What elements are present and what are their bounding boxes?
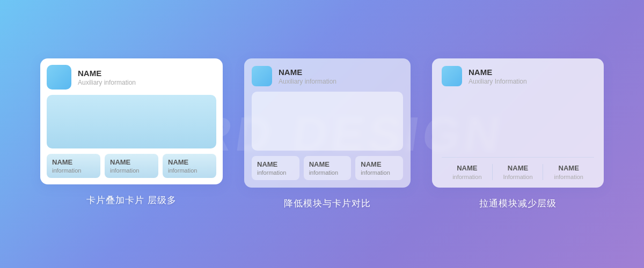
card3-label: 拉通模块减少层级 bbox=[479, 197, 557, 210]
card2-content-area bbox=[252, 92, 403, 151]
card2-header-text: NAME Auxiliary information bbox=[279, 68, 336, 85]
column-card2: NAME Auxiliary information NAME informat… bbox=[244, 58, 411, 210]
main-content: NAME Auxiliary information NAME informat… bbox=[40, 58, 604, 210]
card1-aux: Auxiliary information bbox=[78, 79, 136, 86]
card1-stat0-name: NAME bbox=[52, 158, 95, 166]
card3-content-area bbox=[442, 92, 594, 151]
card3-stat2-info: information bbox=[543, 174, 594, 180]
card1-name: NAME bbox=[78, 69, 136, 78]
card1-stat2-name: NAME bbox=[168, 158, 211, 166]
card-layered: NAME Auxiliary information NAME informat… bbox=[40, 58, 223, 184]
card1-stat-2: NAME information bbox=[163, 154, 216, 178]
card1-stat-0: NAME information bbox=[47, 154, 100, 178]
avatar-card2 bbox=[252, 66, 272, 86]
card2-label: 降低模块与卡片对比 bbox=[284, 197, 371, 210]
column-card3: NAME Auxiliary Information NAME informat… bbox=[432, 58, 604, 210]
card1-label: 卡片叠加卡片 层级多 bbox=[86, 194, 177, 206]
card3-stat1-info: Information bbox=[493, 174, 544, 180]
card1-stat-1: NAME information bbox=[105, 154, 158, 178]
card1-stat1-info: information bbox=[110, 167, 153, 174]
card2-stat1-name: NAME bbox=[309, 160, 346, 168]
card3-header: NAME Auxiliary Information bbox=[442, 66, 594, 86]
card1-stats-row: NAME information NAME information NAME i… bbox=[47, 154, 216, 178]
card3-stat0-name: NAME bbox=[442, 164, 493, 172]
avatar-card3 bbox=[442, 66, 462, 86]
card1-stat1-name: NAME bbox=[110, 158, 153, 166]
card2-header: NAME Auxiliary information bbox=[252, 66, 403, 86]
card3-stat-1: NAME Information bbox=[493, 164, 544, 180]
card2-stat0-name: NAME bbox=[257, 160, 294, 168]
card2-stat2-info: information bbox=[361, 169, 398, 176]
card3-stat1-name: NAME bbox=[493, 164, 544, 172]
card3-stat0-info: information bbox=[442, 174, 493, 180]
card2-name: NAME bbox=[279, 68, 336, 77]
card2-stat1-info: information bbox=[309, 169, 346, 176]
card3-stats-row: NAME information NAME Information NAME i… bbox=[442, 157, 594, 180]
card3-name: NAME bbox=[469, 68, 527, 77]
card3-aux: Auxiliary Information bbox=[469, 78, 527, 85]
card2-stat0-info: information bbox=[257, 169, 294, 176]
card2-stat-0: NAME information bbox=[252, 156, 299, 180]
card2-stats-row: NAME information NAME information NAME i… bbox=[252, 156, 403, 180]
card3-stat-0: NAME information bbox=[442, 164, 493, 180]
card-flat-hierarchy: NAME Auxiliary Information NAME informat… bbox=[432, 58, 604, 188]
column-card1: NAME Auxiliary information NAME informat… bbox=[40, 58, 223, 206]
card1-header: NAME Auxiliary information bbox=[47, 65, 216, 90]
card1-stat2-info: information bbox=[168, 167, 211, 174]
card3-header-text: NAME Auxiliary Information bbox=[469, 68, 527, 85]
card-reduced-contrast: NAME Auxiliary information NAME informat… bbox=[244, 58, 411, 188]
card2-stat2-name: NAME bbox=[361, 160, 398, 168]
card3-stat-2: NAME information bbox=[543, 164, 594, 180]
card2-stat-1: NAME information bbox=[304, 156, 352, 180]
card3-stat2-name: NAME bbox=[543, 164, 594, 172]
card1-header-text: NAME Auxiliary information bbox=[78, 69, 136, 86]
card1-content-area bbox=[47, 95, 216, 148]
card1-stat0-info: information bbox=[52, 167, 95, 174]
avatar-card1 bbox=[47, 65, 71, 90]
card2-aux: Auxiliary information bbox=[279, 78, 336, 85]
card2-stat-2: NAME information bbox=[355, 156, 403, 180]
